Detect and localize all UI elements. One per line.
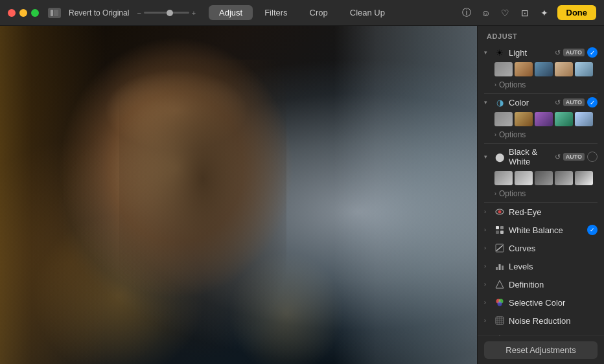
options-chevron-bw: › (494, 190, 496, 197)
color-thumb-1[interactable] (515, 112, 533, 126)
adj-row-sharpen[interactable]: › Sharpen (478, 330, 604, 336)
white-balance-icon (494, 225, 505, 235)
adj-row-levels[interactable]: › Levels (478, 257, 604, 275)
adj-section-header-light[interactable]: ▾ ☀ Light ↺ AUTO ✓ (478, 44, 604, 61)
svg-rect-9 (496, 267, 498, 270)
chevron-definition-icon: › (484, 281, 491, 288)
color-actions: ↺ AUTO ✓ (555, 97, 598, 108)
svg-rect-5 (500, 226, 504, 229)
svg-rect-10 (499, 264, 501, 270)
options-chevron-color: › (494, 131, 496, 138)
emoji-icon[interactable]: ☺ (480, 6, 493, 19)
svg-point-3 (498, 210, 502, 214)
light-icon: ☀ (494, 47, 505, 58)
light-thumbnails (478, 61, 604, 79)
chevron-red-eye-icon: › (484, 209, 491, 215)
curves-title: Curves (509, 244, 598, 253)
sidebar-scroll[interactable]: ▾ ☀ Light ↺ AUTO ✓ › (478, 44, 604, 336)
tab-crop[interactable]: Crop (299, 5, 338, 20)
sidebar: ADJUST ▾ ☀ Light ↺ AUTO ✓ (477, 26, 604, 364)
color-thumb-2[interactable] (535, 112, 553, 126)
chevron-curves-icon: › (484, 245, 491, 251)
bw-thumbnails (478, 170, 604, 188)
bw-options[interactable]: › Options (478, 188, 604, 201)
definition-icon (494, 279, 505, 290)
adj-row-noise-reduction[interactable]: › Noise Reduction (478, 312, 604, 330)
bw-title: Black & White (509, 147, 551, 166)
definition-title: Definition (509, 280, 598, 290)
titlebar-right: ⓘ ☺ ♡ ⊡ ✦ Done (460, 5, 597, 20)
light-thumb-2[interactable] (535, 62, 553, 76)
adj-row-selective-color[interactable]: › Selective Color (478, 293, 604, 312)
color-auto-badge[interactable]: AUTO (563, 98, 585, 106)
color-check[interactable]: ✓ (587, 97, 598, 108)
white-balance-check[interactable]: ✓ (587, 225, 598, 235)
adj-row-curves[interactable]: › Curves (478, 239, 604, 257)
chevron-levels-icon: › (484, 263, 491, 269)
photo-area (0, 26, 477, 364)
reset-adjustments-button[interactable]: Reset Adjustments (484, 341, 598, 359)
fullscreen-button[interactable] (31, 9, 39, 17)
light-thumb-0[interactable] (494, 62, 513, 76)
bw-icon: ⬤ (494, 152, 505, 162)
bw-check[interactable] (587, 152, 598, 162)
selective-color-title: Selective Color (509, 298, 598, 308)
svg-rect-4 (496, 226, 499, 229)
color-thumb-0[interactable] (494, 112, 513, 126)
levels-title: Levels (509, 262, 598, 271)
color-thumb-4[interactable] (575, 112, 593, 126)
light-thumb-3[interactable] (555, 62, 573, 76)
done-button[interactable]: Done (557, 5, 597, 20)
svg-rect-11 (502, 266, 504, 270)
color-title: Color (509, 98, 551, 108)
adj-section-header-color[interactable]: ▾ ◑ Color ↺ AUTO ✓ (478, 94, 604, 111)
bw-thumb-4[interactable] (575, 171, 593, 185)
zoom-slider[interactable]: − + (137, 9, 196, 17)
levels-icon (494, 261, 505, 271)
sidebar-toggle[interactable] (48, 8, 61, 18)
curves-icon (494, 243, 505, 253)
close-button[interactable] (8, 9, 16, 17)
bw-reset-icon[interactable]: ↺ (555, 153, 561, 161)
chevron-white-balance-icon: › (484, 227, 491, 233)
minimize-button[interactable] (19, 9, 27, 17)
light-check[interactable]: ✓ (587, 47, 598, 58)
color-options[interactable]: › Options (478, 129, 604, 142)
adj-section-header-bw[interactable]: ▾ ⬤ Black & White ↺ AUTO (478, 144, 604, 170)
light-thumb-4[interactable] (575, 62, 593, 76)
revert-button[interactable]: Revert to Original (69, 8, 129, 17)
chevron-noise-reduction-icon: › (484, 317, 491, 324)
color-thumbnails (478, 111, 604, 129)
bw-thumb-2[interactable] (535, 171, 553, 185)
light-title: Light (509, 48, 551, 58)
noise-reduction-icon (494, 315, 505, 326)
heart-icon[interactable]: ♡ (499, 6, 512, 19)
bw-thumb-0[interactable] (494, 171, 513, 185)
tab-filters[interactable]: Filters (254, 5, 297, 20)
bw-auto-badge[interactable]: AUTO (563, 153, 585, 161)
adj-row-white-balance[interactable]: › White Balance ✓ (478, 221, 604, 239)
color-thumb-3[interactable] (555, 112, 573, 126)
light-reset-icon[interactable]: ↺ (555, 49, 561, 57)
light-options[interactable]: › Options (478, 79, 604, 92)
main-content: ADJUST ▾ ☀ Light ↺ AUTO ✓ (0, 26, 604, 364)
tools-icon[interactable]: ✦ (538, 6, 551, 19)
tab-cleanup[interactable]: Clean Up (340, 5, 395, 20)
bw-thumb-3[interactable] (555, 171, 573, 185)
light-thumb-1[interactable] (515, 62, 533, 76)
red-eye-icon (494, 207, 505, 217)
window-controls (48, 8, 61, 18)
noise-reduction-title: Noise Reduction (509, 316, 598, 326)
titlebar: Revert to Original − + Adjust Filters Cr… (0, 0, 604, 26)
info-icon[interactable]: ⓘ (460, 6, 473, 19)
color-options-label: Options (499, 130, 526, 139)
color-reset-icon[interactable]: ↺ (555, 98, 561, 107)
adj-row-red-eye[interactable]: › Red-Eye (478, 203, 604, 221)
light-auto-badge[interactable]: AUTO (563, 49, 585, 56)
bw-thumb-1[interactable] (515, 171, 533, 185)
adj-section-bw: ▾ ⬤ Black & White ↺ AUTO (478, 144, 604, 201)
options-chevron-light: › (494, 82, 496, 88)
adj-row-definition[interactable]: › Definition (478, 275, 604, 293)
share-icon[interactable]: ⊡ (518, 6, 531, 19)
tab-adjust[interactable]: Adjust (209, 5, 253, 20)
